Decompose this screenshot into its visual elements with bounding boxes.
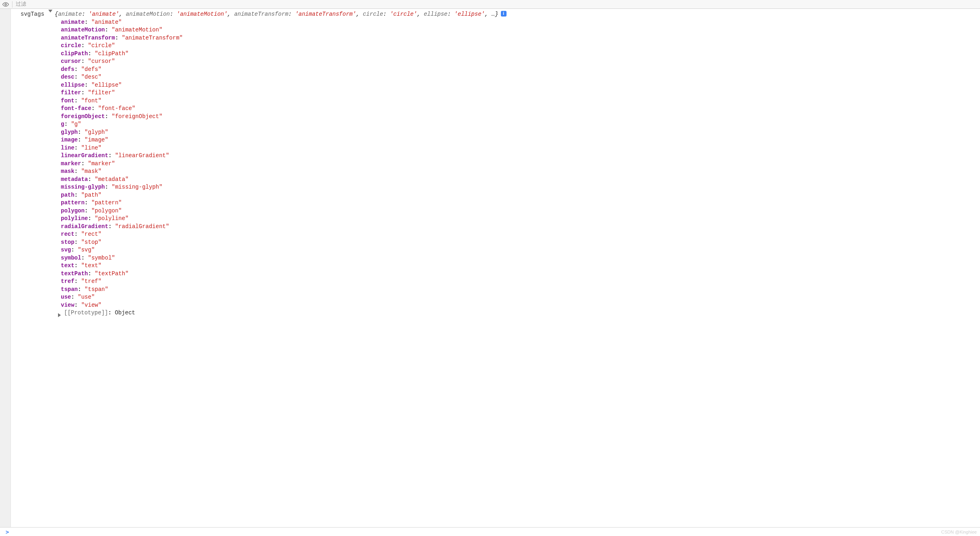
property-key: view xyxy=(61,302,75,308)
property-row[interactable]: image: "image" xyxy=(61,136,980,144)
property-row[interactable]: path: "path" xyxy=(61,191,980,199)
property-value: "animate" xyxy=(91,19,122,25)
property-key: linearGradient xyxy=(61,152,108,159)
svg-point-0 xyxy=(5,4,6,5)
info-icon[interactable]: i xyxy=(501,11,507,17)
property-row[interactable]: tspan: "tspan" xyxy=(61,286,980,294)
property-row[interactable]: desc: "desc" xyxy=(61,73,980,81)
property-row[interactable]: mask: "mask" xyxy=(61,168,980,176)
property-key: metadata xyxy=(61,176,88,183)
property-value: "marker" xyxy=(88,160,115,167)
object-summary[interactable]: {animate: 'animate', animateMotion: 'ani… xyxy=(55,10,498,19)
property-key: font xyxy=(61,98,75,104)
property-value: "polyline" xyxy=(95,215,129,222)
prototype-key: [[Prototype]] xyxy=(64,309,108,317)
property-key: radialGradient xyxy=(61,223,108,230)
property-value: "svg" xyxy=(78,247,95,253)
property-row[interactable]: polyline: "polyline" xyxy=(61,215,980,223)
property-key: foreignObject xyxy=(61,113,105,120)
property-row[interactable]: view: "view" xyxy=(61,301,980,310)
object-properties: animate: "animate"animateMotion: "animat… xyxy=(61,19,980,310)
property-value: "animateTransform" xyxy=(122,35,183,41)
prompt-chevron-icon: > xyxy=(6,529,9,535)
live-expression-icon[interactable] xyxy=(2,1,9,8)
console-output: svgTags {animate: 'animate', animateMoti… xyxy=(0,9,980,527)
property-row[interactable]: line: "line" xyxy=(61,144,980,152)
property-key: rect xyxy=(61,231,75,237)
property-key: marker xyxy=(61,160,81,167)
property-row[interactable]: defs: "defs" xyxy=(61,66,980,74)
property-value: "missing-glyph" xyxy=(112,184,162,190)
property-row[interactable]: font-face: "font-face" xyxy=(61,105,980,113)
property-row[interactable]: clipPath: "clipPath" xyxy=(61,50,980,58)
property-row[interactable]: marker: "marker" xyxy=(61,160,980,168)
property-row[interactable]: tref: "tref" xyxy=(61,278,980,286)
filter-input[interactable] xyxy=(16,1,120,7)
property-key: font-face xyxy=(61,105,91,112)
property-value: "rect" xyxy=(81,231,101,237)
property-value: "animateMotion" xyxy=(112,27,162,33)
property-key: animate xyxy=(61,19,85,25)
property-row[interactable]: linearGradient: "linearGradient" xyxy=(61,152,980,160)
collapse-toggle-icon[interactable] xyxy=(48,10,52,12)
property-value: "ellipse" xyxy=(91,82,122,88)
property-row[interactable]: use: "use" xyxy=(61,293,980,301)
property-value: "linearGradient" xyxy=(115,152,169,159)
expand-toggle-icon[interactable] xyxy=(58,313,61,317)
property-row[interactable]: animate: "animate" xyxy=(61,19,980,27)
property-value: "glyph" xyxy=(85,129,108,135)
property-value: "view" xyxy=(81,302,101,308)
property-key: textPath xyxy=(61,270,88,277)
property-value: "use" xyxy=(78,294,95,300)
property-row[interactable]: animateMotion: "animateMotion" xyxy=(61,26,980,34)
property-key: defs xyxy=(61,66,75,73)
property-row[interactable]: g: "g" xyxy=(61,120,980,129)
property-row[interactable]: glyph: "glyph" xyxy=(61,129,980,137)
property-row[interactable]: stop: "stop" xyxy=(61,239,980,247)
property-key: missing-glyph xyxy=(61,184,105,190)
property-key: tspan xyxy=(61,286,78,293)
property-row[interactable]: font: "font" xyxy=(61,97,980,105)
property-row[interactable]: filter: "filter" xyxy=(61,89,980,97)
property-row[interactable]: ellipse: "ellipse" xyxy=(61,81,980,89)
prototype-row[interactable]: [[Prototype]]: Object xyxy=(54,309,980,317)
property-value: "pattern" xyxy=(91,199,122,206)
prototype-value: Object xyxy=(115,309,135,317)
property-key: tref xyxy=(61,278,75,285)
property-key: animateTransform xyxy=(61,35,115,41)
property-row[interactable]: missing-glyph: "missing-glyph" xyxy=(61,183,980,191)
property-value: "textPath" xyxy=(95,270,129,277)
property-key: polyline xyxy=(61,215,88,222)
property-key: text xyxy=(61,262,75,269)
property-row[interactable]: animateTransform: "animateTransform" xyxy=(61,34,980,42)
property-row[interactable]: textPath: "textPath" xyxy=(61,270,980,278)
property-key: cursor xyxy=(61,58,81,64)
property-key: path xyxy=(61,192,75,198)
property-row[interactable]: cursor: "cursor" xyxy=(61,58,980,66)
property-key: polygon xyxy=(61,208,85,214)
property-row[interactable]: svg: "svg" xyxy=(61,246,980,254)
property-key: symbol xyxy=(61,255,81,261)
property-key: desc xyxy=(61,74,75,80)
property-row[interactable]: rect: "rect" xyxy=(61,231,980,239)
toolbar-separator xyxy=(12,1,12,8)
property-value: "radialGradient" xyxy=(115,223,169,230)
property-row[interactable]: metadata: "metadata" xyxy=(61,176,980,184)
console-prompt-bar[interactable]: > xyxy=(0,527,980,536)
property-row[interactable]: symbol: "symbol" xyxy=(61,254,980,262)
property-row[interactable]: circle: "circle" xyxy=(61,42,980,50)
property-key: use xyxy=(61,294,71,300)
property-value: "stop" xyxy=(81,239,101,245)
property-value: "text" xyxy=(81,262,101,269)
property-row[interactable]: pattern: "pattern" xyxy=(61,199,980,207)
property-value: "mask" xyxy=(81,168,101,175)
property-value: "foreignObject" xyxy=(112,113,162,120)
property-row[interactable]: radialGradient: "radialGradient" xyxy=(61,223,980,231)
property-value: "defs" xyxy=(81,66,101,73)
property-key: ellipse xyxy=(61,82,85,88)
property-row[interactable]: polygon: "polygon" xyxy=(61,207,980,215)
property-row[interactable]: foreignObject: "foreignObject" xyxy=(61,113,980,121)
property-row[interactable]: text: "text" xyxy=(61,262,980,270)
property-value: "symbol" xyxy=(88,255,115,261)
property-value: "font" xyxy=(81,98,101,104)
